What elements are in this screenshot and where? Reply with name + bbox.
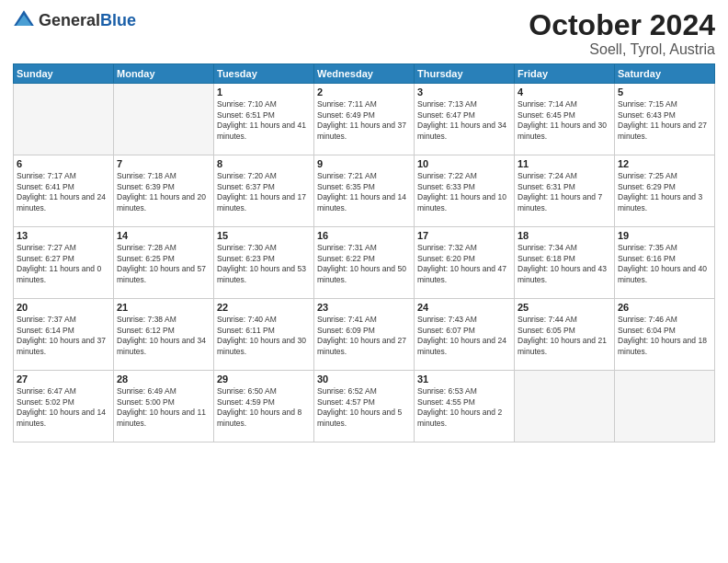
day-number: 5 — [618, 86, 711, 98]
calendar-cell: 19Sunrise: 7:35 AM Sunset: 6:16 PM Dayli… — [615, 227, 715, 299]
calendar-cell: 9Sunrise: 7:21 AM Sunset: 6:35 PM Daylig… — [314, 155, 415, 227]
calendar-header: SundayMondayTuesdayWednesdayThursdayFrid… — [14, 64, 715, 84]
calendar-cell: 7Sunrise: 7:18 AM Sunset: 6:39 PM Daylig… — [114, 155, 214, 227]
day-number: 27 — [17, 373, 110, 385]
day-info: Sunrise: 6:50 AM Sunset: 4:59 PM Dayligh… — [217, 386, 311, 429]
day-info: Sunrise: 7:31 AM Sunset: 6:22 PM Dayligh… — [317, 243, 411, 285]
day-number: 9 — [317, 158, 411, 169]
day-number: 1 — [217, 86, 311, 98]
logo-icon — [13, 9, 35, 31]
day-info: Sunrise: 6:53 AM Sunset: 4:55 PM Dayligh… — [417, 386, 511, 429]
day-number: 22 — [217, 302, 311, 313]
calendar-cell: 26Sunrise: 7:46 AM Sunset: 6:04 PM Dayli… — [615, 299, 715, 371]
weekday-header-wednesday: Wednesday — [314, 64, 415, 84]
weekday-header-friday: Friday — [515, 64, 615, 84]
logo: GeneralBlue — [13, 9, 136, 31]
calendar-cell: 21Sunrise: 7:38 AM Sunset: 6:12 PM Dayli… — [114, 299, 214, 371]
day-number: 8 — [217, 158, 311, 169]
calendar-cell: 17Sunrise: 7:32 AM Sunset: 6:20 PM Dayli… — [415, 227, 515, 299]
weekday-header-saturday: Saturday — [615, 64, 715, 84]
day-info: Sunrise: 7:22 AM Sunset: 6:33 PM Dayligh… — [417, 171, 511, 213]
day-number: 20 — [17, 302, 110, 313]
day-number: 23 — [317, 302, 411, 313]
calendar-cell: 10Sunrise: 7:22 AM Sunset: 6:33 PM Dayli… — [415, 155, 515, 227]
logo-general: General — [39, 11, 100, 29]
day-number: 4 — [518, 86, 611, 98]
day-info: Sunrise: 7:11 AM Sunset: 6:49 PM Dayligh… — [317, 99, 411, 142]
day-info: Sunrise: 7:10 AM Sunset: 6:51 PM Dayligh… — [217, 99, 311, 142]
page-container: GeneralBlue October 2024 Soell, Tyrol, A… — [0, 0, 728, 450]
calendar-cell: 25Sunrise: 7:44 AM Sunset: 6:05 PM Dayli… — [515, 299, 615, 371]
weekday-header-tuesday: Tuesday — [214, 64, 314, 84]
calendar-cell: 6Sunrise: 7:17 AM Sunset: 6:41 PM Daylig… — [14, 155, 114, 227]
calendar-cell: 11Sunrise: 7:24 AM Sunset: 6:31 PM Dayli… — [515, 155, 615, 227]
day-info: Sunrise: 7:30 AM Sunset: 6:23 PM Dayligh… — [217, 243, 311, 285]
day-number: 19 — [618, 230, 711, 241]
weekday-header-monday: Monday — [114, 64, 214, 84]
weekday-header-thursday: Thursday — [415, 64, 515, 84]
day-number: 11 — [518, 158, 611, 169]
day-number: 28 — [117, 373, 210, 385]
day-info: Sunrise: 7:21 AM Sunset: 6:35 PM Dayligh… — [317, 171, 411, 213]
calendar-cell: 24Sunrise: 7:43 AM Sunset: 6:07 PM Dayli… — [415, 299, 515, 371]
calendar-cell: 31Sunrise: 6:53 AM Sunset: 4:55 PM Dayli… — [415, 371, 515, 442]
calendar-week-1: 1Sunrise: 7:10 AM Sunset: 6:51 PM Daylig… — [14, 84, 715, 155]
day-info: Sunrise: 6:49 AM Sunset: 5:00 PM Dayligh… — [117, 386, 210, 429]
day-number: 25 — [518, 302, 611, 313]
calendar-cell — [615, 371, 715, 442]
day-number: 14 — [117, 230, 210, 241]
day-number: 18 — [518, 230, 611, 241]
day-number: 10 — [417, 158, 511, 169]
calendar-cell: 1Sunrise: 7:10 AM Sunset: 6:51 PM Daylig… — [214, 84, 314, 155]
day-info: Sunrise: 7:20 AM Sunset: 6:37 PM Dayligh… — [217, 171, 311, 213]
day-number: 17 — [417, 230, 511, 241]
day-number: 30 — [317, 373, 411, 385]
calendar-cell: 8Sunrise: 7:20 AM Sunset: 6:37 PM Daylig… — [214, 155, 314, 227]
day-number: 7 — [117, 158, 210, 169]
logo-blue: Blue — [100, 11, 136, 29]
day-info: Sunrise: 7:28 AM Sunset: 6:25 PM Dayligh… — [117, 243, 210, 285]
day-info: Sunrise: 7:17 AM Sunset: 6:41 PM Dayligh… — [17, 171, 110, 213]
calendar-cell: 18Sunrise: 7:34 AM Sunset: 6:18 PM Dayli… — [515, 227, 615, 299]
calendar-cell: 29Sunrise: 6:50 AM Sunset: 4:59 PM Dayli… — [214, 371, 314, 442]
day-info: Sunrise: 7:34 AM Sunset: 6:18 PM Dayligh… — [518, 243, 611, 285]
day-info: Sunrise: 7:43 AM Sunset: 6:07 PM Dayligh… — [417, 315, 511, 357]
calendar-cell: 14Sunrise: 7:28 AM Sunset: 6:25 PM Dayli… — [114, 227, 214, 299]
header: GeneralBlue October 2024 Soell, Tyrol, A… — [13, 9, 715, 58]
calendar-cell: 3Sunrise: 7:13 AM Sunset: 6:47 PM Daylig… — [415, 84, 515, 155]
day-info: Sunrise: 7:27 AM Sunset: 6:27 PM Dayligh… — [17, 243, 110, 285]
calendar-cell: 20Sunrise: 7:37 AM Sunset: 6:14 PM Dayli… — [14, 299, 114, 371]
day-info: Sunrise: 7:40 AM Sunset: 6:11 PM Dayligh… — [217, 315, 311, 357]
day-number: 13 — [17, 230, 110, 241]
day-info: Sunrise: 7:35 AM Sunset: 6:16 PM Dayligh… — [618, 243, 711, 285]
calendar-cell — [515, 371, 615, 442]
month-title: October 2024 — [529, 9, 715, 41]
title-block: October 2024 Soell, Tyrol, Austria — [529, 9, 715, 58]
day-number: 31 — [417, 373, 511, 385]
weekday-header-row: SundayMondayTuesdayWednesdayThursdayFrid… — [14, 64, 715, 84]
logo-text: GeneralBlue — [39, 11, 136, 30]
day-number: 16 — [317, 230, 411, 241]
day-info: Sunrise: 7:44 AM Sunset: 6:05 PM Dayligh… — [518, 315, 611, 357]
calendar-cell: 30Sunrise: 6:52 AM Sunset: 4:57 PM Dayli… — [314, 371, 415, 442]
calendar-week-2: 6Sunrise: 7:17 AM Sunset: 6:41 PM Daylig… — [14, 155, 715, 227]
calendar-cell — [114, 84, 214, 155]
day-info: Sunrise: 6:52 AM Sunset: 4:57 PM Dayligh… — [317, 386, 411, 429]
calendar-cell: 2Sunrise: 7:11 AM Sunset: 6:49 PM Daylig… — [314, 84, 415, 155]
day-info: Sunrise: 7:13 AM Sunset: 6:47 PM Dayligh… — [417, 99, 511, 142]
calendar-week-3: 13Sunrise: 7:27 AM Sunset: 6:27 PM Dayli… — [14, 227, 715, 299]
calendar-cell: 23Sunrise: 7:41 AM Sunset: 6:09 PM Dayli… — [314, 299, 415, 371]
calendar-cell: 15Sunrise: 7:30 AM Sunset: 6:23 PM Dayli… — [214, 227, 314, 299]
day-info: Sunrise: 7:46 AM Sunset: 6:04 PM Dayligh… — [618, 315, 711, 357]
day-number: 24 — [417, 302, 511, 313]
calendar-cell: 27Sunrise: 6:47 AM Sunset: 5:02 PM Dayli… — [14, 371, 114, 442]
day-info: Sunrise: 7:37 AM Sunset: 6:14 PM Dayligh… — [17, 315, 110, 357]
day-number: 12 — [618, 158, 711, 169]
calendar-cell: 13Sunrise: 7:27 AM Sunset: 6:27 PM Dayli… — [14, 227, 114, 299]
calendar-cell: 28Sunrise: 6:49 AM Sunset: 5:00 PM Dayli… — [114, 371, 214, 442]
day-info: Sunrise: 7:24 AM Sunset: 6:31 PM Dayligh… — [518, 171, 611, 213]
day-number: 15 — [217, 230, 311, 241]
day-number: 29 — [217, 373, 311, 385]
calendar-week-4: 20Sunrise: 7:37 AM Sunset: 6:14 PM Dayli… — [14, 299, 715, 371]
day-number: 26 — [618, 302, 711, 313]
